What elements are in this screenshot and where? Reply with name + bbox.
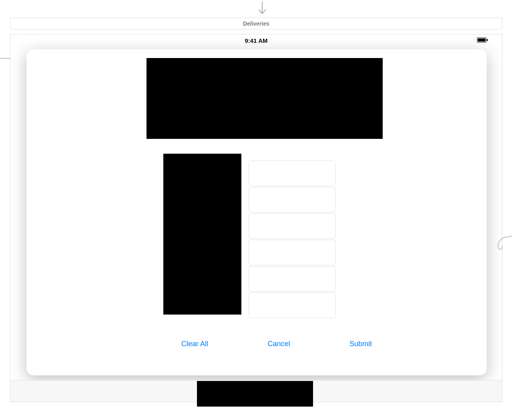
clear-all-button[interactable]: Clear All [177, 337, 213, 351]
device-frame: 9:41 AM Clear All Cancel Submit [10, 34, 502, 402]
submit-button[interactable]: Submit [345, 337, 377, 351]
cancel-button[interactable]: Cancel [263, 337, 295, 351]
svg-rect-2 [478, 38, 486, 42]
redacted-region-bottom [197, 381, 313, 407]
text-field-4[interactable] [249, 240, 336, 265]
arrow-down-annotation [256, 1, 268, 15]
status-time: 9:41 AM [245, 37, 268, 44]
form-fields [249, 160, 361, 319]
modal-dialog: Clear All Cancel Submit [26, 49, 487, 375]
text-field-3[interactable] [249, 213, 336, 239]
text-field-6[interactable] [249, 293, 336, 318]
svg-rect-3 [487, 39, 488, 41]
text-field-1[interactable] [249, 160, 336, 186]
battery-icon [477, 37, 488, 43]
text-field-2[interactable] [249, 187, 336, 213]
annotation-curve-right [492, 233, 512, 253]
button-row: Clear All Cancel Submit [177, 337, 377, 351]
text-field-5[interactable] [249, 266, 336, 292]
header-title: Deliveries [243, 20, 269, 27]
header-bar[interactable]: Deliveries [10, 18, 502, 30]
redacted-region-top [147, 58, 383, 139]
status-bar: 9:41 AM [10, 36, 502, 45]
redacted-region-side [163, 154, 241, 315]
